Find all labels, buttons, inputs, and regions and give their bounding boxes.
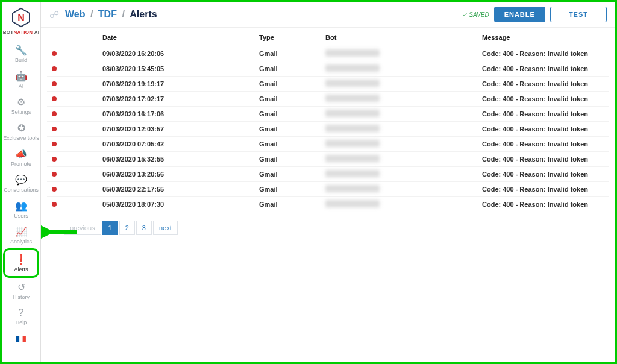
status-dot-icon	[52, 111, 57, 116]
status-dot-icon	[52, 66, 57, 71]
cell-bot	[321, 77, 477, 92]
sidebar-language[interactable]	[3, 330, 39, 350]
cell-type: Gmail	[254, 152, 321, 167]
cell-message: Code: 400 - Reason: Invalid token	[477, 167, 609, 182]
logo-hexagon-icon: N	[10, 7, 32, 28]
conversations-icon: 💬	[15, 174, 27, 186]
cell-message: Code: 400 - Reason: Invalid token	[477, 197, 609, 212]
table-row[interactable]: 08/03/2020 15:45:05GmailCode: 400 - Reas…	[47, 61, 609, 77]
cell-message: Code: 400 - Reason: Invalid token	[477, 182, 609, 197]
check-icon: ✓	[462, 11, 467, 18]
history-icon: ↺	[17, 281, 25, 293]
sidebar-item-label: AI	[19, 83, 24, 89]
table-row[interactable]: 07/03/2020 16:17:06GmailCode: 400 - Reas…	[47, 107, 609, 122]
table-header-row: Date Type Bot Message	[47, 28, 609, 46]
cell-date: 08/03/2020 15:45:05	[98, 61, 254, 77]
alerts-table: Date Type Bot Message 09/03/2020 16:20:0…	[47, 28, 609, 212]
cell-bot	[321, 197, 477, 212]
cell-type: Gmail	[254, 77, 321, 92]
cell-message: Code: 400 - Reason: Invalid token	[477, 46, 609, 61]
sidebar-item-build[interactable]: 🔧Build	[3, 41, 39, 67]
breadcrumb-current: Alerts	[130, 9, 157, 19]
sidebar-item-label: Analytics	[10, 239, 32, 245]
cell-bot	[321, 122, 477, 137]
test-button[interactable]: TEST	[550, 7, 607, 22]
cell-message: Code: 400 - Reason: Invalid token	[477, 77, 609, 92]
pagination-page-2[interactable]: 2	[119, 221, 135, 235]
content-area: Date Type Bot Message 09/03/2020 16:20:0…	[41, 28, 615, 362]
table-row[interactable]: 05/03/2020 22:17:55GmailCode: 400 - Reas…	[47, 182, 609, 197]
cell-bot	[321, 182, 477, 197]
table-row[interactable]: 05/03/2020 18:07:30GmailCode: 400 - Reas…	[47, 197, 609, 212]
status-dot-icon	[52, 157, 57, 162]
cell-type: Gmail	[254, 197, 321, 212]
pagination-next[interactable]: next	[153, 221, 178, 235]
topbar: ☍ Web / TDF / Alerts ✓ SAVED ENABLE TEST	[41, 2, 615, 28]
sidebar-item-label: Build	[15, 57, 27, 63]
settings-icon: ⚙	[17, 96, 25, 108]
sidebar-item-help[interactable]: ?Help	[3, 304, 39, 329]
sidebar-item-label: Promote	[11, 161, 31, 167]
cell-type: Gmail	[254, 122, 321, 137]
build-icon: 🔧	[15, 45, 27, 56]
brand-logo[interactable]: N BOTNATION AI	[3, 7, 40, 35]
svg-rect-3	[19, 336, 22, 342]
sidebar-item-ai[interactable]: 🤖AI	[3, 67, 39, 93]
cell-date: 07/03/2020 17:02:17	[98, 92, 254, 107]
table-row[interactable]: 07/03/2020 07:05:42GmailCode: 400 - Reas…	[47, 137, 609, 152]
cell-type: Gmail	[254, 92, 321, 107]
sidebar-item-users[interactable]: 👥Users	[3, 196, 39, 222]
svg-text:N: N	[17, 13, 25, 23]
status-dot-icon	[52, 187, 57, 192]
breadcrumb-project[interactable]: TDF	[98, 9, 117, 19]
table-row[interactable]: 06/03/2020 15:32:55GmailCode: 400 - Reas…	[47, 152, 609, 167]
sidebar-item-label: History	[13, 294, 30, 300]
sidebar-item-exclusive[interactable]: ✪Exclusive tools	[3, 119, 39, 145]
brand-name: BOTNATION AI	[3, 30, 40, 35]
cell-type: Gmail	[254, 167, 321, 182]
cell-date: 05/03/2020 22:17:55	[98, 182, 254, 197]
status-dot-icon	[52, 142, 57, 146]
sidebar-item-alerts[interactable]: ❗Alerts	[3, 248, 39, 278]
sidebar: N BOTNATION AI 🔧Build🤖AI⚙Settings✪Exclus…	[2, 2, 41, 362]
pagination-page-3[interactable]: 3	[136, 221, 152, 235]
breadcrumb-root[interactable]: Web	[65, 9, 85, 19]
status-dot-icon	[52, 202, 57, 207]
sidebar-item-label: Alerts	[14, 266, 28, 272]
sidebar-item-analytics[interactable]: 📈Analytics	[3, 222, 39, 248]
cell-type: Gmail	[254, 107, 321, 122]
cell-message: Code: 400 - Reason: Invalid token	[477, 122, 609, 137]
cell-type: Gmail	[254, 137, 321, 152]
sidebar-item-label: Help	[16, 319, 27, 325]
sidebar-item-settings[interactable]: ⚙Settings	[3, 93, 39, 119]
sidebar-item-history[interactable]: ↺History	[3, 278, 39, 304]
cell-date: 06/03/2020 13:20:56	[98, 167, 254, 182]
flag-icon	[16, 334, 26, 345]
alerts-icon: ❗	[15, 254, 27, 265]
table-row[interactable]: 06/03/2020 13:20:56GmailCode: 400 - Reas…	[47, 167, 609, 182]
sidebar-item-conversations[interactable]: 💬Conversations	[3, 171, 39, 196]
enable-button[interactable]: ENABLE	[494, 7, 545, 22]
sidebar-item-label: Users	[14, 213, 28, 219]
status-dot-icon	[52, 127, 57, 131]
pagination-previous: previous	[64, 221, 101, 235]
saved-indicator: ✓ SAVED	[462, 11, 489, 18]
table-row[interactable]: 09/03/2020 16:20:06GmailCode: 400 - Reas…	[47, 46, 609, 61]
sidebar-item-label: Settings	[11, 109, 31, 115]
main-panel: ☍ Web / TDF / Alerts ✓ SAVED ENABLE TEST	[41, 2, 615, 362]
cell-message: Code: 400 - Reason: Invalid token	[477, 107, 609, 122]
promote-icon: 📣	[15, 148, 27, 160]
cell-date: 06/03/2020 15:32:55	[98, 152, 254, 167]
cell-message: Code: 400 - Reason: Invalid token	[477, 137, 609, 152]
cell-message: Code: 400 - Reason: Invalid token	[477, 152, 609, 167]
pagination-page-1[interactable]: 1	[102, 221, 118, 235]
status-dot-icon	[52, 51, 57, 56]
cell-bot	[321, 61, 477, 77]
cell-message: Code: 400 - Reason: Invalid token	[477, 61, 609, 77]
cell-type: Gmail	[254, 61, 321, 77]
table-row[interactable]: 07/03/2020 19:19:17GmailCode: 400 - Reas…	[47, 77, 609, 92]
table-row[interactable]: 07/03/2020 12:03:57GmailCode: 400 - Reas…	[47, 122, 609, 137]
table-row[interactable]: 07/03/2020 17:02:17GmailCode: 400 - Reas…	[47, 92, 609, 107]
sidebar-item-promote[interactable]: 📣Promote	[3, 145, 39, 171]
cell-date: 07/03/2020 19:19:17	[98, 77, 254, 92]
